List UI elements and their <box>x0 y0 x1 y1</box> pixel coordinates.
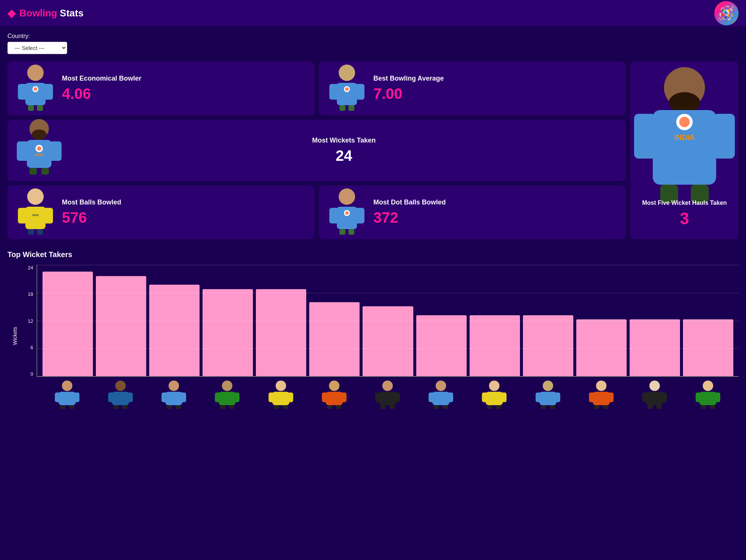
svg-rect-79 <box>274 405 279 409</box>
svg-text:INDIA: INDIA <box>674 133 695 141</box>
chart-section: Top Wicket Takers Wickets 24 18 12 6 0 <box>0 243 746 414</box>
svg-rect-19 <box>17 141 29 161</box>
svg-rect-28 <box>18 208 28 223</box>
five-wicket-hauls-card: INDIA Most Five Wicket Hauls Taken 3 <box>630 62 739 239</box>
y-tick-0: 0 <box>31 371 33 377</box>
wickets-value: 24 <box>69 147 618 164</box>
svg-point-24 <box>37 146 41 151</box>
india-player-2-svg <box>326 62 367 111</box>
svg-rect-83 <box>322 392 329 402</box>
svg-rect-80 <box>283 405 288 409</box>
svg-rect-38 <box>348 229 354 235</box>
dot-balls-card: Most Dot Balls Bowled 372 <box>319 185 626 239</box>
bar-player-12 <box>683 380 733 408</box>
svg-rect-3 <box>43 84 53 100</box>
most-wickets-card: INDIA Most Wickets Taken 24 <box>7 120 626 181</box>
bar-12 <box>683 319 733 376</box>
svg-point-8 <box>339 65 355 81</box>
svg-rect-108 <box>554 392 560 402</box>
svg-point-69 <box>222 381 232 391</box>
svg-rect-85 <box>327 405 332 409</box>
svg-rect-11 <box>354 84 364 100</box>
svg-rect-59 <box>108 392 115 402</box>
svg-rect-102 <box>500 392 507 402</box>
svg-rect-60 <box>126 392 133 402</box>
header-left: ◆ Bowling Stats <box>7 7 84 19</box>
player-icon-0 <box>54 379 80 409</box>
svg-rect-13 <box>348 105 354 111</box>
player-icon-8 <box>481 379 507 409</box>
bar-player-1 <box>95 380 145 408</box>
svg-rect-31 <box>37 229 43 235</box>
svg-point-87 <box>382 381 393 391</box>
y-tick-24: 24 <box>28 265 33 270</box>
best-avg-card: Best Bowling Average 7.00 <box>319 62 626 115</box>
svg-rect-68 <box>176 405 181 409</box>
avg-value: 7.00 <box>373 85 618 102</box>
svg-rect-86 <box>336 405 341 409</box>
bar-player-5 <box>309 380 359 408</box>
svg-rect-21 <box>29 168 37 175</box>
svg-rect-96 <box>446 392 453 402</box>
y-label-container: Wickets <box>7 265 22 407</box>
avg-title: Best Bowling Average <box>373 75 618 82</box>
country-label: Country: <box>7 33 739 40</box>
header: ◆ Bowling Stats 🪅 <box>0 0 746 26</box>
svg-rect-4 <box>28 105 34 111</box>
svg-rect-91 <box>380 405 386 409</box>
bars-row <box>37 265 739 377</box>
bar-5 <box>309 302 360 376</box>
bar-player-2 <box>148 380 199 408</box>
economical-player-figure <box>15 66 56 111</box>
svg-text:AUS: AUS <box>32 213 39 217</box>
svg-rect-36 <box>354 208 364 223</box>
svg-rect-78 <box>286 392 293 402</box>
svg-point-7 <box>34 87 37 91</box>
y-ticks: 24 18 12 6 0 <box>22 265 35 377</box>
country-select[interactable]: --- Select --- India Australia England P… <box>7 42 67 54</box>
svg-point-99 <box>489 381 499 391</box>
svg-rect-107 <box>536 392 542 402</box>
australia-player-svg: AUS <box>15 186 56 235</box>
svg-rect-110 <box>550 405 555 409</box>
big-player-svg: INDIA <box>630 62 739 203</box>
svg-rect-109 <box>541 405 546 409</box>
svg-point-51 <box>62 381 72 391</box>
svg-rect-35 <box>329 208 340 223</box>
svg-rect-120 <box>660 392 667 402</box>
y-axis-label: Wickets <box>12 327 18 345</box>
svg-rect-128 <box>710 405 715 409</box>
svg-text:INDIA: INDIA <box>35 153 44 157</box>
svg-rect-37 <box>339 229 345 235</box>
svg-point-81 <box>329 381 339 391</box>
svg-rect-12 <box>339 105 345 111</box>
bars-wrapper <box>37 265 739 407</box>
cricket-ball-icon: 🪅 <box>714 1 739 25</box>
svg-rect-101 <box>482 392 489 402</box>
player-icon-2 <box>161 379 187 409</box>
bar-8 <box>470 315 520 376</box>
dot-balls-content: Most Dot Balls Bowled 372 <box>373 198 618 226</box>
svg-rect-125 <box>696 392 702 402</box>
svg-rect-121 <box>648 405 653 409</box>
wickets-content: Most Wickets Taken 24 <box>69 137 618 164</box>
header-title: Bowling Stats <box>19 7 84 19</box>
svg-rect-84 <box>340 392 347 402</box>
balls-content: Most Balls Bowled 576 <box>62 198 307 226</box>
svg-rect-98 <box>443 405 448 409</box>
bar-11 <box>630 319 680 376</box>
svg-rect-5 <box>37 105 43 111</box>
svg-point-75 <box>276 381 286 391</box>
svg-point-105 <box>543 381 553 391</box>
most-economical-card: Most Economical Bowler 4.06 <box>7 62 314 115</box>
title-part1: Bowling <box>19 7 57 19</box>
svg-rect-114 <box>607 392 614 402</box>
stats-main-grid: Most Economical Bowler 4.06 <box>7 62 739 239</box>
svg-point-26 <box>27 188 44 205</box>
balls-value: 576 <box>62 209 307 226</box>
player-images-row <box>37 377 739 407</box>
bar-3 <box>203 289 253 376</box>
player-icon-11 <box>642 379 668 409</box>
balls-bowled-card: AUS Most Balls Bowled 576 <box>7 185 314 239</box>
balls-title: Most Balls Bowled <box>62 198 307 206</box>
